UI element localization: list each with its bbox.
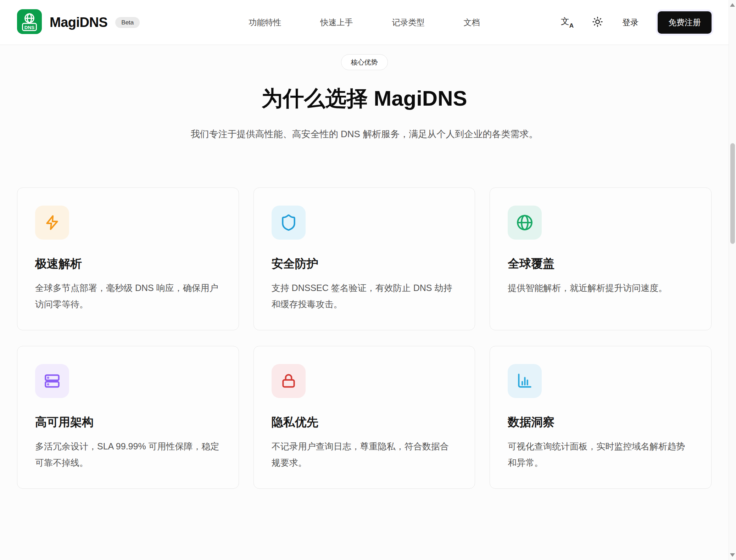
svg-text:DNS: DNS — [24, 25, 35, 30]
scroll-up-arrow-icon[interactable] — [730, 3, 735, 7]
feature-desc: 多活冗余设计，SLA 99.99% 可用性保障，稳定可靠不掉线。 — [35, 438, 221, 471]
register-button[interactable]: 免费注册 — [658, 11, 712, 34]
feature-grid: 极速解析 全球多节点部署，毫秒级 DNS 响应，确保用户访问零等待。 安全防护 … — [0, 187, 729, 489]
icon-box — [272, 364, 306, 398]
feature-title: 高可用架构 — [35, 414, 221, 430]
feature-desc: 不记录用户查询日志，尊重隐私，符合数据合规要求。 — [272, 438, 457, 471]
beta-badge: Beta — [115, 17, 140, 28]
translate-icon: 文 A — [561, 16, 573, 28]
feature-card-speed: 极速解析 全球多节点部署，毫秒级 DNS 响应，确保用户访问零等待。 — [17, 187, 239, 330]
icon-box — [508, 206, 542, 240]
feature-desc: 可视化查询统计面板，实时监控域名解析趋势和异常。 — [508, 438, 693, 471]
section-title: 为什么选择 MagiDNS — [0, 84, 729, 113]
icon-box — [35, 364, 69, 398]
feature-title: 极速解析 — [35, 256, 221, 272]
feature-desc: 提供智能解析，就近解析提升访问速度。 — [508, 280, 693, 296]
feature-title: 数据洞察 — [508, 414, 693, 430]
feature-desc: 全球多节点部署，毫秒级 DNS 响应，确保用户访问零等待。 — [35, 280, 221, 312]
feature-card-availability: 高可用架构 多活冗余设计，SLA 99.99% 可用性保障，稳定可靠不掉线。 — [17, 346, 239, 489]
feature-title: 全球覆盖 — [508, 256, 693, 272]
server-stack-icon — [43, 372, 61, 390]
feature-desc: 支持 DNSSEC 签名验证，有效防止 DNS 劫持和缓存投毒攻击。 — [272, 280, 457, 312]
feature-title: 安全防护 — [272, 256, 457, 272]
theme-toggle-button[interactable] — [592, 16, 603, 28]
icon-box — [35, 206, 69, 240]
nav-item-docs[interactable]: 文档 — [464, 17, 480, 28]
brand-name: MagiDNS — [50, 15, 107, 30]
header-actions: 文 A 登录 免费注册 — [480, 11, 712, 34]
feature-title: 隐私优先 — [272, 414, 457, 430]
nav-item-quickstart[interactable]: 快速上手 — [320, 17, 353, 28]
globe-dns-logo-icon: DNS — [17, 9, 42, 35]
main-nav: 功能特性 快速上手 记录类型 文档 — [249, 17, 480, 28]
nav-item-features[interactable]: 功能特性 — [249, 17, 281, 28]
language-toggle-button[interactable]: 文 A — [561, 16, 573, 28]
page: DNS MagiDNS Beta 功能特性 快速上手 记录类型 文档 文 A — [0, 0, 729, 560]
sun-icon — [592, 16, 603, 28]
login-link[interactable]: 登录 — [622, 17, 639, 28]
scrollbar-thumb[interactable] — [730, 143, 735, 244]
icon-box — [508, 364, 542, 398]
section-badge: 核心优势 — [341, 54, 388, 70]
shield-icon — [280, 214, 297, 231]
feature-card-insights: 数据洞察 可视化查询统计面板，实时监控域名解析趋势和异常。 — [490, 346, 712, 489]
brand[interactable]: DNS MagiDNS Beta — [17, 9, 249, 35]
bar-chart-icon — [516, 372, 534, 390]
scroll-down-arrow-icon[interactable] — [730, 553, 735, 557]
nav-item-records[interactable]: 记录类型 — [392, 17, 425, 28]
feature-card-privacy: 隐私优先 不记录用户查询日志，尊重隐私，符合数据合规要求。 — [253, 346, 475, 489]
lightning-icon — [43, 214, 61, 231]
header: DNS MagiDNS Beta 功能特性 快速上手 记录类型 文档 文 A — [0, 0, 729, 45]
core-advantages-section: 核心优势 为什么选择 MagiDNS 我们专注于提供高性能、高安全性的 DNS … — [0, 45, 729, 560]
feature-card-security: 安全防护 支持 DNSSEC 签名验证，有效防止 DNS 劫持和缓存投毒攻击。 — [253, 187, 475, 330]
vertical-scrollbar[interactable] — [729, 0, 736, 560]
icon-box — [272, 206, 306, 240]
globe-icon — [516, 214, 534, 231]
section-subtitle: 我们专注于提供高性能、高安全性的 DNS 解析服务，满足从个人到企业的各类需求。 — [0, 128, 729, 140]
lock-icon — [280, 372, 297, 390]
feature-card-global: 全球覆盖 提供智能解析，就近解析提升访问速度。 — [490, 187, 712, 330]
